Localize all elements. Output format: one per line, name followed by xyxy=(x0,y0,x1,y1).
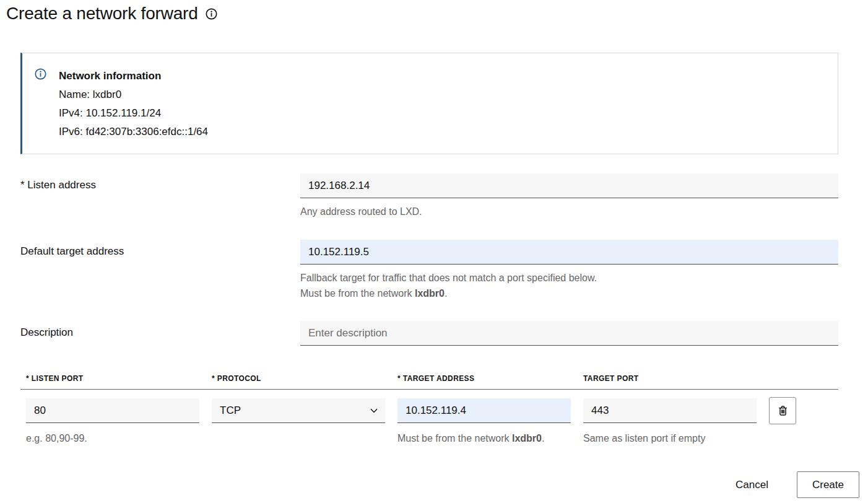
form-scroll-area: Network information Name: lxdbr0 IPv4: 1… xyxy=(0,53,838,458)
network-name-bold: lxdbr0 xyxy=(415,288,445,299)
target-port-help: Same as listen port if empty xyxy=(583,431,757,446)
trash-icon xyxy=(778,406,788,416)
description-field xyxy=(300,321,838,346)
default-target-address-field: Fallback target for traffic that does no… xyxy=(300,240,838,301)
target-port-input[interactable] xyxy=(583,398,757,423)
target-address-help-prefix: Must be from the network xyxy=(397,433,512,444)
header-divider xyxy=(20,389,838,390)
target-port-header: TARGET PORT xyxy=(583,374,757,383)
listen-port-input[interactable] xyxy=(26,398,199,423)
listen-address-help: Any address routed to LXD. xyxy=(300,204,838,219)
listen-address-field: Any address routed to LXD. xyxy=(300,173,838,219)
target-address-header: * TARGET ADDRESS xyxy=(397,374,571,383)
target-address-help: Must be from the network lxdbr0. xyxy=(397,431,571,446)
form-footer: Cancel Create xyxy=(733,471,859,498)
info-icon[interactable] xyxy=(206,8,217,20)
default-target-address-input[interactable] xyxy=(300,240,838,265)
network-information-banner: Network information Name: lxdbr0 IPv4: 1… xyxy=(20,53,838,154)
page-title: Create a network forward xyxy=(6,4,198,24)
default-target-address-label: Default target address xyxy=(20,240,300,301)
form-content: Network information Name: lxdbr0 IPv4: 1… xyxy=(20,53,838,446)
protocol-header: * PROTOCOL xyxy=(212,374,385,383)
info-icon xyxy=(35,68,46,80)
protocol-select-wrap: TCP xyxy=(212,398,385,423)
target-address-input[interactable] xyxy=(397,398,571,423)
notification-body: Network information Name: lxdbr0 IPv4: 1… xyxy=(59,67,208,141)
create-button[interactable]: Create xyxy=(797,471,859,498)
cancel-button[interactable]: Cancel xyxy=(733,473,771,497)
listen-address-label: * Listen address xyxy=(20,173,300,219)
help-line-2-suffix: . xyxy=(445,288,447,299)
help-line-1: Fallback target for traffic that does no… xyxy=(300,273,597,283)
ports-help-row: e.g. 80,90-99. Must be from the network … xyxy=(20,431,838,446)
notification-title: Network information xyxy=(59,67,208,85)
description-label: Description xyxy=(20,321,300,346)
default-target-address-row: Default target address Fallback target f… xyxy=(20,240,838,301)
help-line-2-prefix: Must be from the network xyxy=(300,288,415,299)
listen-address-row: * Listen address Any address routed to L… xyxy=(20,173,838,219)
ports-table-header-row: * LISTEN PORT * PROTOCOL * TARGET ADDRES… xyxy=(20,374,838,389)
default-target-address-help: Fallback target for traffic that does no… xyxy=(300,270,838,301)
ports-table: * LISTEN PORT * PROTOCOL * TARGET ADDRES… xyxy=(20,374,838,446)
delete-port-row-button[interactable] xyxy=(769,397,796,424)
target-address-help-suffix: . xyxy=(542,433,544,444)
protocol-select[interactable]: TCP xyxy=(212,398,385,423)
network-name-bold: lxdbr0 xyxy=(512,433,542,444)
create-network-forward-page: Create a network forward Network informa… xyxy=(0,0,868,503)
network-ipv6-line: IPv6: fd42:307b:3306:efdc::1/64 xyxy=(59,123,208,141)
description-row: Description xyxy=(20,321,838,346)
network-name-line: Name: lxdbr0 xyxy=(59,85,208,104)
listen-port-header: * LISTEN PORT xyxy=(26,374,199,383)
network-ipv4-line: IPv4: 10.152.119.1/24 xyxy=(59,104,208,123)
description-input[interactable] xyxy=(300,321,838,346)
port-row: TCP xyxy=(20,397,838,424)
page-header: Create a network forward xyxy=(6,4,217,24)
listen-address-input[interactable] xyxy=(300,173,838,198)
listen-port-help: e.g. 80,90-99. xyxy=(26,431,199,446)
